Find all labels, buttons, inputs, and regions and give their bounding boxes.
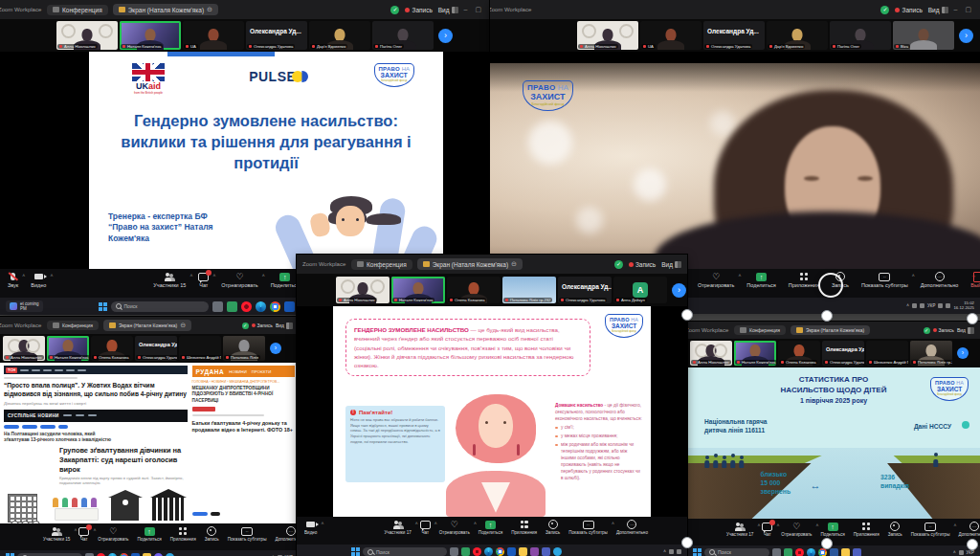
system-tray[interactable]: ˄УКР — [953, 550, 974, 555]
toolbar-exit[interactable]: Выйти — [970, 272, 980, 288]
participant-tile[interactable]: Віка — [893, 21, 954, 50]
chrome-icon[interactable] — [270, 301, 280, 312]
toolbar-record[interactable]: Запись — [888, 522, 902, 537]
toolbar-chat[interactable]: Чат˄ — [78, 526, 89, 542]
view-button[interactable]: Вид — [276, 322, 293, 329]
chevron-up-icon[interactable]: ˄ — [434, 521, 437, 526]
taskbar-search[interactable]: Поиск — [111, 301, 209, 312]
view-button[interactable]: Вид — [928, 7, 948, 13]
toolbar-participants[interactable]: Участники 17˄ — [726, 522, 753, 537]
view-button[interactable]: Вид — [661, 261, 681, 268]
widgets-icon[interactable] — [227, 301, 237, 312]
toolbar-more[interactable]: …Дополнительно — [958, 522, 980, 537]
toolbar-share[interactable]: ↑Поделиться — [820, 522, 844, 537]
participant-tile[interactable]: Олена Козакова — [447, 277, 501, 303]
teams-icon[interactable] — [853, 548, 861, 556]
toolbar-captions[interactable]: ··Показать субтитры — [228, 526, 267, 542]
edge-icon[interactable] — [256, 301, 266, 312]
toolbar-participants[interactable]: Участники 15˄ — [153, 272, 186, 288]
participant-tile[interactable]: Потапова Лілія гр-232 — [910, 341, 952, 366]
selection-handle-bottom-right[interactable] — [967, 539, 978, 550]
participant-tile[interactable]: Пагіна Олег — [372, 21, 434, 50]
tsn-logo[interactable]: ТСН — [6, 367, 17, 373]
pause-share-icon[interactable]: ⊖ — [207, 6, 212, 13]
toolbar-more[interactable]: …Дополнительно — [616, 520, 648, 535]
tag-pills[interactable] — [192, 512, 220, 516]
rudana-item[interactable]: Батьки ґвалтували 4-річну доньку та прод… — [192, 420, 295, 434]
participant-tile[interactable]: Алла Ніколаєнко — [56, 21, 118, 50]
edge-icon[interactable] — [484, 547, 493, 556]
participant-tile[interactable]: Алла Ніколаєнко — [690, 341, 732, 366]
toolbar-apps[interactable]: Приложения — [511, 520, 537, 535]
participant-tile[interactable]: AАнна Дейкун — [613, 277, 667, 303]
toolbar-audio[interactable]: Звук˄ — [8, 272, 18, 288]
participant-tile-active-speaker[interactable]: Наталя Кожем'яка — [734, 341, 776, 366]
widgets-icon[interactable] — [784, 548, 792, 556]
next-participants-button[interactable]: › — [959, 29, 973, 43]
telegram-icon[interactable] — [553, 547, 562, 556]
teal-marker-dot[interactable] — [962, 421, 969, 429]
system-tray[interactable]: ˄ — [663, 549, 681, 554]
next-participants-button[interactable]: › — [270, 343, 281, 354]
chevron-up-icon[interactable]: ˄ — [212, 273, 215, 278]
participant-tile[interactable]: Шевченко Андрій ГР-231 — [179, 336, 221, 361]
opera-icon[interactable] — [241, 301, 252, 312]
toolbar-record[interactable]: Запись — [205, 526, 219, 542]
folder-icon[interactable] — [519, 547, 527, 556]
tab-conference[interactable]: Конференция — [351, 259, 412, 270]
participant-tile[interactable]: Алла Ніколаєнко — [336, 277, 390, 303]
participant-tile-camera-off[interactable]: Олександра Уд...Олександра Удалова — [558, 277, 612, 303]
chevron-up-icon[interactable]: ˄ — [262, 273, 265, 278]
toolbar-react[interactable]: ♡Отреагировать — [98, 526, 128, 542]
pause-share-icon[interactable]: ⊖ — [180, 322, 186, 329]
tag-pills[interactable] — [4, 425, 188, 429]
tab-conference[interactable]: Конференция — [734, 325, 786, 335]
participant-tile[interactable]: Олена Козакова — [91, 336, 133, 361]
word-icon[interactable] — [284, 301, 295, 312]
tab-conference[interactable]: Конференция — [47, 5, 108, 15]
next-participants-button[interactable]: › — [672, 283, 686, 298]
tab-screen-share[interactable]: Экран (Наталя Кожем'яка)⊖ — [417, 258, 523, 270]
window-controls[interactable]: – ▢ — [464, 6, 484, 13]
participant-tile-camera-off[interactable]: Олександра Уд...Олександра Удалова — [246, 21, 307, 50]
participant-tile[interactable]: Дар'я Вдовенко — [767, 21, 828, 50]
toolbar-apps[interactable]: Приложения — [789, 272, 819, 288]
next-participants-button[interactable]: › — [438, 29, 453, 43]
file-explorer-icon[interactable] — [450, 547, 458, 556]
toolbar-record[interactable]: Запись — [546, 520, 560, 535]
file-explorer-icon[interactable] — [212, 301, 223, 312]
toolbar-participants[interactable]: Участники 15˄ — [43, 526, 70, 542]
tab-screen-share[interactable]: Экран (Наталя Кожем'яка)⊖ — [113, 4, 218, 15]
folder-icon[interactable] — [841, 548, 850, 556]
selection-handle-bottom-middle[interactable] — [821, 538, 833, 549]
chevron-up-icon[interactable]: ˄ — [189, 273, 192, 278]
participant-tile[interactable]: UA — [183, 21, 244, 50]
toolbar-react[interactable]: ♡Отреагировать˄ — [781, 522, 812, 537]
file-explorer-icon[interactable] — [772, 548, 781, 556]
chevron-up-icon[interactable]: ˄ — [22, 273, 25, 278]
selection-handle-top-middle[interactable] — [821, 310, 833, 322]
toolbar-chat[interactable]: Чат˄ — [762, 522, 772, 537]
participant-tile[interactable]: Пагіна Олег — [830, 21, 891, 50]
news-headline-2[interactable]: На Полтавщині засудили чоловіка, який зґ… — [4, 432, 114, 443]
view-button[interactable]: Вид — [957, 327, 974, 334]
windows-start-button[interactable] — [693, 548, 702, 556]
notification-toast[interactable]: et comingPM — [6, 300, 43, 313]
pause-share-icon[interactable]: ⊖ — [511, 260, 517, 268]
rudana-nav-news[interactable]: НОВИНИ — [229, 369, 247, 374]
toolbar-captions[interactable]: ··Показать субтитры˄ — [911, 522, 950, 537]
next-participants-button[interactable]: › — [957, 347, 969, 359]
participant-tile[interactable]: Дар'я Вдовенко — [309, 21, 370, 50]
toolbar-chat[interactable]: Чат˄ — [420, 520, 431, 535]
chevron-up-icon[interactable]: ˄ — [738, 273, 741, 278]
toolbar-share[interactable]: ↑Поделиться — [746, 272, 775, 288]
news-headline-1[interactable]: “Просто впала полиця”. У Жовтих Водах ві… — [4, 382, 188, 399]
chevron-up-icon[interactable]: ˄ — [74, 527, 77, 533]
selection-handle-top-left[interactable] — [681, 309, 693, 321]
tab-screen-share[interactable]: Экран (Наталя Кожем'яка) — [791, 325, 870, 335]
selection-handle-bottom-left[interactable] — [681, 537, 693, 548]
chevron-up-icon[interactable]: ˄ — [954, 523, 957, 528]
participant-tile-camera-off[interactable]: Олександра Уд...Олександра Удалова — [822, 341, 864, 366]
security-shield-icon[interactable]: ✓ — [390, 6, 399, 14]
toolbar-video[interactable]: Видео˄ — [304, 520, 317, 535]
